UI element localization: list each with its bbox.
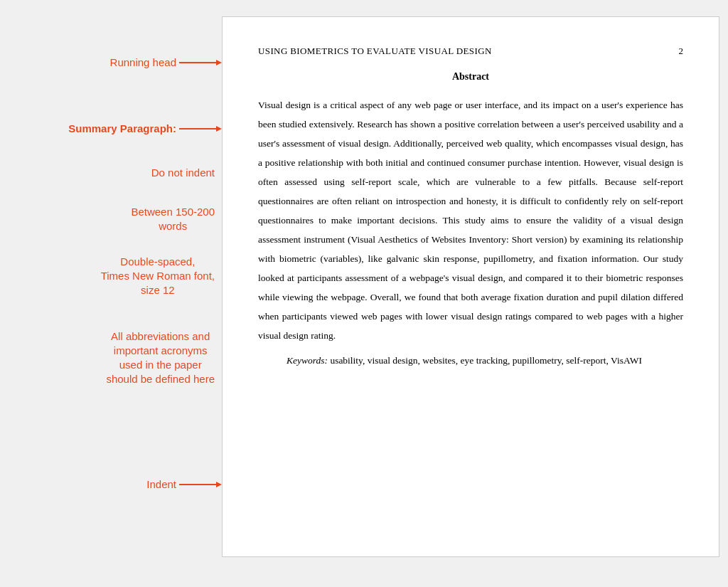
double-spaced-annotation: Double-spaced, Times New Roman font, siz… [101, 255, 215, 298]
running-head-annotation: Running head [110, 55, 222, 70]
between-words-label: Between 150-200 words [131, 205, 215, 234]
annotation-panel: Running head Summary Paragraph: Do not i… [9, 16, 222, 571]
summary-paragraph-label: Summary Paragraph: [68, 122, 176, 136]
abstract-title: Abstract [258, 71, 683, 83]
svg-marker-3 [216, 126, 222, 132]
summary-paragraph-arrow [179, 124, 222, 134]
running-head-text: USING BIOMETRICS TO EVALUATE VISUAL DESI… [258, 46, 492, 57]
abbreviations-label: All abbreviations and important acronyms… [106, 329, 215, 387]
page-number: 2 [679, 46, 684, 57]
indent-arrow [179, 480, 222, 490]
double-spaced-label: Double-spaced, Times New Roman font, siz… [101, 255, 215, 298]
summary-paragraph-annotation: Summary Paragraph: [68, 122, 222, 136]
svg-marker-1 [216, 60, 222, 65]
abbreviations-annotation: All abbreviations and important acronyms… [106, 329, 215, 387]
do-not-indent-annotation: Do not indent [151, 166, 215, 180]
keywords-line: Keywords: usability, visual design, webs… [258, 352, 683, 369]
between-words-annotation: Between 150-200 words [131, 205, 215, 234]
indent-label: Indent [146, 477, 176, 492]
running-head-label: Running head [110, 55, 176, 70]
running-head-arrow [179, 58, 222, 68]
svg-marker-5 [216, 482, 222, 487]
keywords-label: Keywords: [287, 355, 328, 366]
do-not-indent-label: Do not indent [151, 166, 215, 180]
keywords-text: usability, visual design, websites, eye … [328, 355, 642, 366]
paper-header: USING BIOMETRICS TO EVALUATE VISUAL DESI… [258, 46, 683, 57]
indent-annotation: Indent [146, 477, 222, 492]
abstract-body: Visual design is a critical aspect of an… [258, 95, 683, 345]
paper: USING BIOMETRICS TO EVALUATE VISUAL DESI… [222, 16, 719, 557]
outer-container: Running head Summary Paragraph: Do not i… [9, 16, 719, 571]
